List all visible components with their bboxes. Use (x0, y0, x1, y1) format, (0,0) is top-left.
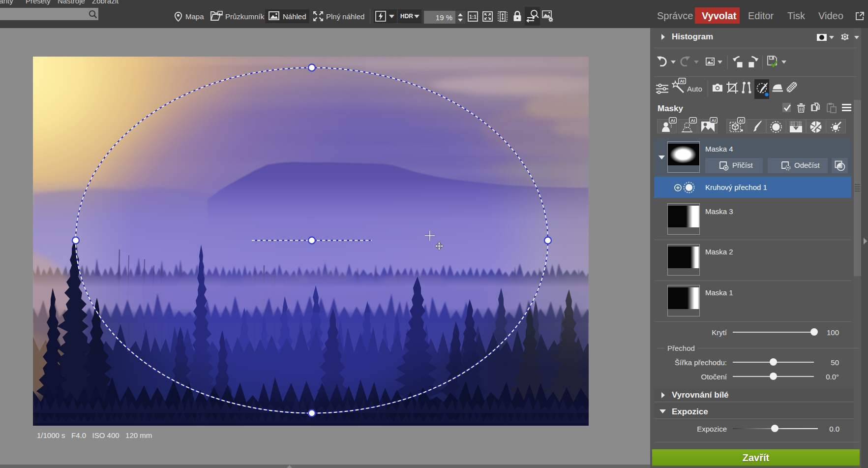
svg-text:AI: AI (712, 118, 716, 123)
svg-text:AI: AI (691, 118, 695, 123)
svg-text:AI: AI (671, 118, 675, 123)
svg-text:1:1: 1:1 (469, 14, 477, 20)
svg-text:AI: AI (680, 79, 685, 84)
svg-text:AI: AI (739, 118, 744, 123)
